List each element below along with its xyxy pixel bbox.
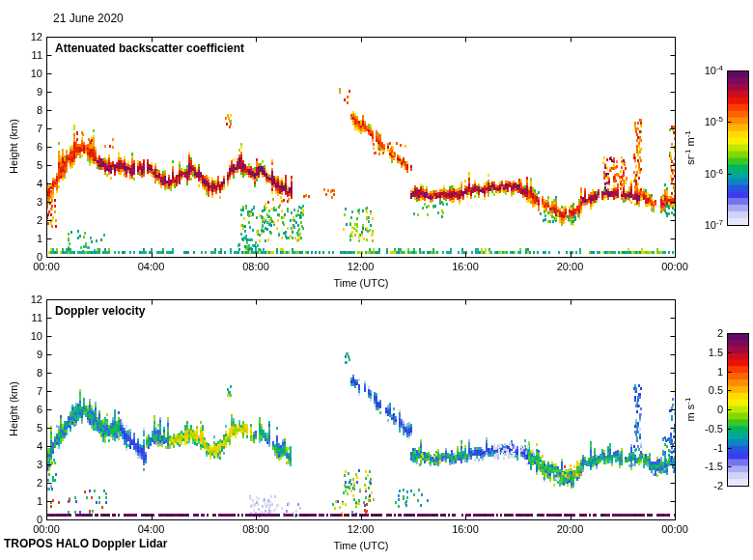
x-tick-label: 20:00 <box>547 523 594 536</box>
x-tick-label: 04:00 <box>128 523 175 536</box>
y-tick-label: 0 <box>6 514 42 526</box>
panel1-title: Attenuated backscatter coefficient <box>55 42 244 55</box>
y-tick-label: 6 <box>6 141 42 154</box>
x-tick-label: 08:00 <box>233 523 279 536</box>
panel1-xaxis-label: Time (UTC) <box>303 277 419 290</box>
y-tick-label: 10 <box>6 330 42 343</box>
colorbar-unit-label: m s-1 <box>684 366 698 453</box>
y-tick-label: 12 <box>6 31 42 43</box>
x-tick-label: 16:00 <box>442 523 488 536</box>
y-tick-label: 3 <box>6 196 42 209</box>
y-tick-label: 2 <box>6 214 42 227</box>
y-tick-label: 11 <box>6 49 42 62</box>
panel2-xaxis-label: Time (UTC) <box>303 540 419 552</box>
colorbar-tick-label: 10-7 <box>681 219 723 233</box>
colorbar-tick-label: -2 <box>681 480 723 492</box>
footer-label: TROPOS HALO Doppler Lidar <box>4 538 167 550</box>
y-tick-label: 9 <box>6 86 42 98</box>
x-tick-label: 12:00 <box>338 261 384 273</box>
y-tick-label: 12 <box>6 294 42 306</box>
colorbar-unit-label: sr-1 m-1 <box>684 104 698 191</box>
y-tick-label: 6 <box>6 404 42 416</box>
y-tick-label: 10 <box>6 68 42 80</box>
y-tick-label: 1 <box>6 495 42 508</box>
x-tick-label: 00:00 <box>652 523 698 536</box>
y-tick-label: 2 <box>6 477 42 490</box>
y-tick-label: 11 <box>6 312 42 324</box>
colorbar-tick-label: 1.5 <box>681 347 723 359</box>
y-tick-label: 9 <box>6 349 42 361</box>
y-tick-label: 0 <box>6 251 42 264</box>
x-tick-label: 00:00 <box>652 261 698 273</box>
y-tick-label: 4 <box>6 440 42 453</box>
colorbar-tick-label: 10-4 <box>681 65 723 78</box>
y-tick-label: 7 <box>6 385 42 398</box>
x-tick-label: 12:00 <box>338 523 384 536</box>
x-tick-label: 20:00 <box>547 261 594 273</box>
y-tick-label: 5 <box>6 159 42 172</box>
colorbar-tick-label: 2 <box>681 327 723 340</box>
y-tick-label: 7 <box>6 123 42 135</box>
panel2-title: Doppler velocity <box>55 305 145 318</box>
x-tick-label: 16:00 <box>442 261 488 273</box>
y-tick-label: 4 <box>6 178 42 190</box>
y-tick-label: 3 <box>6 459 42 471</box>
lidar-figure: 21 June 2020 Attenuated backscatter coef… <box>0 0 753 560</box>
y-tick-label: 8 <box>6 104 42 117</box>
colorbar-tick-label: -1.5 <box>681 461 723 473</box>
y-tick-label: 5 <box>6 422 42 434</box>
x-tick-label: 08:00 <box>233 261 279 273</box>
y-tick-label: 8 <box>6 367 42 379</box>
x-tick-label: 04:00 <box>128 261 175 273</box>
y-tick-label: 1 <box>6 233 42 245</box>
date-label: 21 June 2020 <box>53 13 124 25</box>
